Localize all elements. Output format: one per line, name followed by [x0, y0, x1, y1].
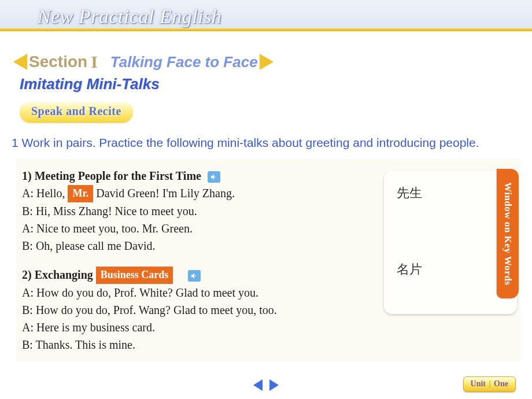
footer-nav: [253, 379, 279, 391]
speak-recite-text: Speak and Recite: [31, 105, 121, 117]
unit-separator: |: [489, 379, 491, 388]
unit-name: One: [494, 379, 508, 388]
key-words-card: 先生 名片 Window on Key Words: [384, 171, 517, 314]
prev-arrow-icon[interactable]: [253, 379, 263, 391]
triangle-right-icon[interactable]: [260, 54, 274, 70]
course-title: New Practical English: [38, 6, 221, 28]
dialogue-1-title: 1) Meeting People for the First Time: [22, 169, 201, 182]
dialogue-container: 1) Meeting People for the First Time A: …: [16, 159, 520, 361]
dialogue-2-title: 2) Exchanging: [22, 268, 93, 281]
section-heading-row: Section I Talking Face to Face: [14, 52, 532, 72]
next-arrow-icon[interactable]: [269, 379, 279, 391]
keyword-tag-business-cards[interactable]: Business Cards: [96, 267, 173, 284]
audio-icon[interactable]: [208, 171, 220, 183]
section-label: Section: [29, 53, 87, 71]
triangle-left-icon[interactable]: [13, 54, 27, 70]
section-subtitle: Talking Face to Face: [110, 53, 258, 71]
speak-recite-badge: Speak and Recite: [20, 101, 133, 123]
key-words-tab[interactable]: Window on Key Words: [497, 169, 519, 298]
instruction-text: 1 Work in pairs. Practice the following …: [12, 134, 532, 151]
keyword-translation-1: 先生: [397, 184, 492, 202]
audio-icon[interactable]: [188, 270, 201, 282]
dialogue-2-line-4: B: Thanks. This is mine.: [22, 336, 515, 353]
dialogue-2-line-3: A: Here is my business card.: [22, 319, 515, 336]
key-words-tab-label: Window on Key Words: [502, 182, 513, 285]
speaker-icon: [210, 173, 218, 181]
subheading: Imitating Mini-Talks: [20, 75, 532, 93]
header-banner: New Practical English: [0, 0, 532, 36]
header-accent-fade: [0, 31, 532, 36]
unit-badge[interactable]: Unit | One: [463, 376, 516, 392]
unit-label: Unit: [471, 379, 486, 388]
d1-l1-post: David Green! I'm Lily Zhang.: [96, 187, 235, 200]
keyword-translation-2: 名片: [397, 261, 492, 278]
speaker-icon: [190, 272, 198, 280]
keyword-tag-mr[interactable]: Mr.: [68, 185, 93, 202]
section-number: I: [91, 52, 98, 72]
d1-l1-pre: A: Hello,: [22, 187, 65, 200]
